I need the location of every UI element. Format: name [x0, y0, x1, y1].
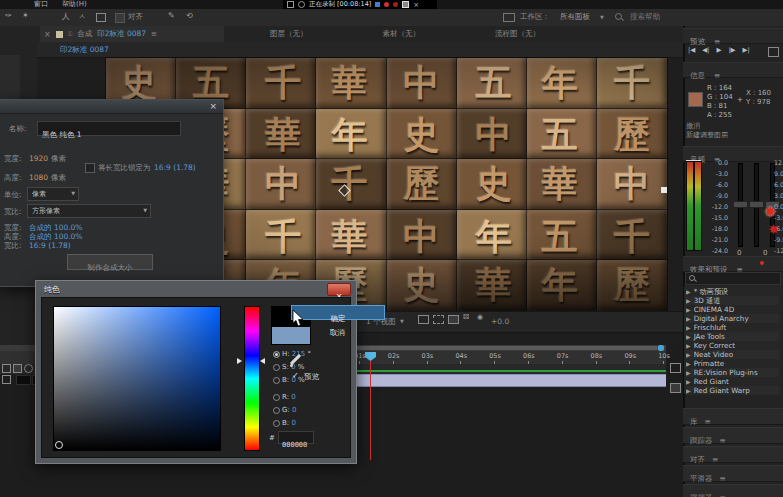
twirl-icon[interactable]: ▶ [686, 360, 691, 367]
twirl-icon[interactable]: ▶ [686, 306, 691, 313]
composition-tab[interactable]: × ⚿ 合成 印2标准 0087 ≡ [40, 26, 224, 42]
twirl-icon[interactable]: ▶ [686, 387, 691, 394]
layer-audio-switch[interactable] [13, 364, 22, 373]
effects-item[interactable]: ▶* 动画预设 [686, 287, 779, 296]
twirl-icon[interactable]: ▶ [686, 333, 691, 340]
comp-tab-name[interactable]: 印2标准 0087 [97, 29, 146, 39]
twirl-icon[interactable]: ▶ [686, 351, 691, 358]
effects-search-input[interactable] [685, 272, 781, 285]
green-row[interactable]: G: 0 [282, 406, 297, 414]
recorder-zoom-icon[interactable] [298, 1, 305, 8]
layer-fx-switch[interactable] [2, 375, 11, 384]
twirl-icon[interactable]: ▶ [686, 297, 691, 304]
search-help-input[interactable]: 搜索帮助 [630, 12, 660, 22]
effects-item[interactable]: ▶Key Correct [686, 341, 779, 350]
recorder-close-icon[interactable]: × [413, 1, 419, 9]
preview-panel-menu-icon[interactable]: ≡ [714, 37, 720, 46]
rotate-tool-icon[interactable]: ⟲ [186, 11, 193, 20]
recorder-save-icon[interactable] [402, 1, 409, 8]
cti-line[interactable] [370, 352, 371, 460]
grid-guides-icon[interactable] [418, 315, 429, 324]
height-value[interactable]: 1080 [29, 173, 48, 182]
make-comp-size-button[interactable]: 制作合成大小 [67, 254, 153, 270]
units-dropdown[interactable]: 像素▼ [27, 187, 79, 201]
effects-item[interactable]: ▶Red Giant Warp [686, 386, 779, 395]
collapsed-panel-menu-icon[interactable]: ≡ [720, 490, 726, 497]
blue-row[interactable]: B: 0 [282, 419, 296, 427]
frame-back-icon[interactable]: ◀| [702, 46, 709, 54]
effects-item[interactable]: ▶CINEMA 4D [686, 305, 779, 314]
effects-item[interactable]: ▶JAe Tools [686, 332, 779, 341]
solid-settings-close-button[interactable]: × [209, 101, 217, 111]
twirl-icon[interactable]: ▶ [686, 342, 691, 349]
color-picker-close-button[interactable]: × [327, 283, 351, 296]
info-panel-header[interactable]: 信息≡ [683, 62, 783, 78]
loop-icon[interactable] [768, 47, 779, 57]
collapsed-panel-0[interactable]: 库≡ [683, 408, 783, 425]
effects-panel-header[interactable]: 效果和预设≡ [683, 256, 783, 272]
saturation-brightness-field[interactable] [53, 306, 221, 451]
cancel-button[interactable]: 取消 [291, 320, 383, 333]
view-count-caret-icon[interactable]: ▼ [400, 318, 404, 324]
puppet-pin-tool-icon[interactable]: 人 [62, 11, 70, 22]
red-row[interactable]: R: 0 [282, 393, 296, 401]
layer-video-switch[interactable] [2, 364, 11, 373]
effects-item[interactable]: ▶Digital Anarchy [686, 314, 779, 323]
audio-slider-handle-1[interactable] [733, 201, 748, 208]
breadcrumb[interactable]: 印2标准 0087 [60, 45, 109, 55]
info-panel-menu-icon[interactable]: ≡ [714, 71, 720, 80]
twirl-icon[interactable]: ▶ [686, 315, 691, 322]
audio-slider-handle-2[interactable] [749, 201, 764, 208]
brush-tool-icon[interactable]: ✶ [22, 11, 29, 20]
workspace-caret-icon[interactable]: ▼ [600, 14, 604, 20]
comp-button-icon[interactable] [670, 383, 681, 393]
viewer-tab-0[interactable]: 图层（无） [270, 29, 308, 39]
collapsed-panel-2[interactable]: 对齐≡ [683, 446, 783, 463]
stop-dot-icon[interactable] [393, 2, 398, 7]
hue-arrow-right-icon[interactable] [260, 358, 265, 364]
preview-checkbox[interactable]: ✓ [292, 371, 299, 380]
skip-to-start-icon[interactable]: |◀ [688, 46, 695, 54]
width-value[interactable]: 1920 [29, 154, 48, 163]
effects-item[interactable]: ▶Neat Video [686, 350, 779, 359]
sat-row[interactable]: S: 0 % [282, 363, 304, 371]
puppet-advanced-tool-icon[interactable]: ㅅ [78, 11, 86, 22]
mask-tool-icon[interactable]: ✎ [168, 11, 175, 20]
red-radio[interactable] [273, 394, 280, 401]
region-of-interest-icon[interactable] [448, 315, 459, 324]
green-radio[interactable] [273, 407, 280, 414]
menu-item-1[interactable]: 帮助(H) [62, 0, 87, 9]
lock-aspect-checkbox[interactable] [85, 163, 95, 173]
pen-tool-icon[interactable]: ✑ [5, 11, 12, 20]
twirl-icon[interactable]: ▶ [686, 288, 691, 295]
field-cursor-icon[interactable] [55, 441, 63, 449]
preview-panel-header[interactable]: 预览≡ [683, 28, 783, 44]
channel-icon[interactable]: ◉ [477, 313, 483, 321]
recorder-tool-icon[interactable] [287, 1, 294, 8]
twirl-icon[interactable]: ▶ [686, 369, 691, 376]
hue-slider[interactable] [244, 306, 260, 451]
comp-mini-flowchart-icon[interactable] [670, 363, 681, 373]
effects-item[interactable]: ▶RE:Vision Plug-ins [686, 368, 779, 377]
collapsed-panel-1[interactable]: 跟踪器≡ [683, 427, 783, 444]
menu-item-0[interactable]: 窗口 [34, 0, 48, 9]
effects-item[interactable]: ▶Frischluft [686, 323, 779, 332]
title-action-safe-icon[interactable] [433, 315, 444, 324]
tab-close-icon[interactable]: × [44, 30, 51, 39]
flowchart-icon[interactable]: ⚄ [463, 313, 469, 321]
blue-radio[interactable] [273, 420, 280, 427]
hue-radio[interactable] [273, 351, 280, 358]
skip-to-end-icon[interactable]: ▶| [743, 46, 750, 54]
play-icon[interactable]: ▶ [716, 46, 721, 54]
collapsed-panel-3[interactable]: 平滑器≡ [683, 465, 783, 482]
workspace-value[interactable]: 所有面板 [560, 12, 590, 22]
frame-forward-icon[interactable]: |▶ [728, 46, 735, 54]
layer-handle-icon[interactable] [661, 187, 667, 193]
bri-radio[interactable] [273, 377, 280, 384]
hue-arrow-left-icon[interactable] [237, 358, 242, 364]
tab-menu-icon[interactable]: ≡ [151, 30, 157, 38]
solid-settings-titlebar[interactable] [0, 100, 223, 114]
lock-icon[interactable]: ⚿ [68, 30, 73, 38]
record-dot-icon[interactable] [384, 2, 389, 7]
collapsed-panel-4[interactable]: 摇摆器≡ [683, 484, 783, 497]
